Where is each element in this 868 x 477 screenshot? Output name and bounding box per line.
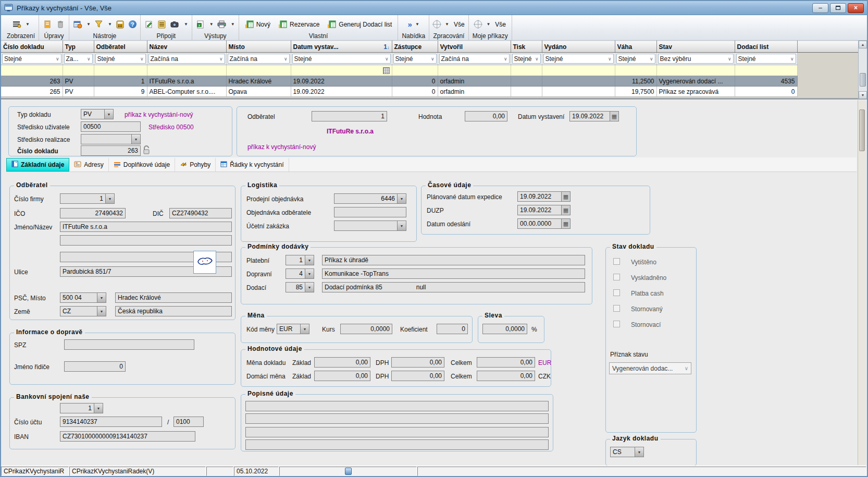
r1-celkem-field[interactable]: 0,00 [477,357,535,368]
koeficient-field[interactable]: 0 [437,324,468,334]
ico-field[interactable]: 27490432 [60,208,126,218]
jmeno-nazev-field-2[interactable] [60,235,232,246]
grid-scrollbar[interactable]: ▲ ▼ [858,41,867,99]
zeme-field[interactable]: CZ [60,306,97,316]
filter-dropdown[interactable]: Stejné [95,54,146,64]
my-orders-filter-value[interactable]: Vše [495,21,506,28]
planovane-datum-expedice-field[interactable]: 19.09.2022 [517,191,562,202]
filter-dropdown[interactable]: Bez výběru [658,54,734,64]
filter-value-cell[interactable] [438,65,511,76]
grid-row-selected[interactable]: 263 PV 1 ITFutuRe s.r.o.a Hradec Králové… [1,76,858,87]
r2-zaklad-field[interactable]: 0,00 [314,371,370,381]
jmeno-nazev-field[interactable]: ITFutuRe s.r.o.a [60,222,232,232]
generate-delivery-note-button[interactable]: Generuj Dodací list [325,19,394,30]
filter-dropdown[interactable]: Stejné [736,54,796,64]
filter-value-cell[interactable] [1,65,63,76]
filter-dropdown[interactable]: Stejné [543,54,614,64]
scrollbar-up-arrow[interactable]: ▲ [859,41,867,48]
column-header[interactable]: Číslo dokladu [1,41,63,53]
filter-icon[interactable] [94,20,104,29]
kurs-field[interactable]: 0,0000 [340,324,392,334]
psc-field[interactable]: 500 04 [60,292,97,303]
column-header[interactable]: Vytvořil [438,41,511,53]
processing-filter-value[interactable]: Vše [454,21,465,28]
stredisko-realizace-field[interactable] [81,134,132,144]
filter-value-cell[interactable] [392,65,438,76]
kod-banky-field[interactable]: 0100 [173,417,204,427]
tab-doplnkove-udaje[interactable]: Doplňkové údaje [109,158,175,172]
kod-meny-spinner[interactable]: ▼ [301,324,309,334]
hodnota-field[interactable]: 0,00 [465,111,507,121]
kod-meny-field[interactable]: EUR [277,324,301,334]
jmeno-ridice-field[interactable]: 0 [64,361,126,372]
camera-icon[interactable] [170,20,180,29]
help-icon[interactable]: ? [129,20,137,28]
dopravni-spinner[interactable]: ▼ [305,268,314,279]
column-header[interactable]: Stav [656,41,735,53]
vyskladneno-checkbox[interactable] [613,274,620,280]
tab-zakladni-udaje[interactable]: Základní údaje [6,158,69,172]
filter-value-cell[interactable] [147,65,226,76]
view-dropdown-arrow[interactable]: ▼ [26,22,30,27]
cislo-firmy-spinner[interactable]: ▼ [106,193,115,204]
column-header[interactable]: Dodací list [735,41,797,53]
scrollbar-down-arrow[interactable]: ▼ [859,91,867,99]
view-icon[interactable] [12,20,21,29]
dopravni-text-field[interactable]: Komunikace -TopTrans [322,268,585,279]
menu-chevrons-icon[interactable]: » [408,20,411,29]
detail-scrollbar-thumb[interactable] [859,109,865,151]
sleva-field[interactable]: 0,0000 [482,324,527,334]
datum-vystaveni-calendar-icon[interactable]: ▦ [610,111,619,121]
expedice-calendar-icon[interactable]: ▦ [562,191,571,202]
filter-date-picker-icon[interactable] [383,67,390,74]
psc-spinner[interactable]: ▼ [97,292,106,303]
priznak-stavu-dropdown[interactable]: Vygenerován dodac... [609,362,691,374]
camera-dropdown-arrow[interactable]: ▼ [184,22,188,27]
objednavka-odberatele-field[interactable] [334,207,406,217]
platebni-field[interactable]: 1 [286,255,305,265]
tab-adresy[interactable]: Adresy [69,158,108,172]
filter-value-cell[interactable] [63,65,94,76]
filter-value-cell[interactable] [542,65,615,76]
dopravni-field[interactable]: 4 [286,268,305,279]
ucetni-zakazka-field[interactable] [334,221,398,231]
duzp-field[interactable]: 19.09.2022 [517,205,562,215]
edit-icon[interactable] [43,20,52,29]
r2-celkem-field[interactable]: 0,00 [477,371,535,381]
filter-dropdown[interactable]: Stejné [393,54,437,64]
filter-dropdown[interactable]: Stejné [2,54,61,64]
column-header[interactable]: Tisk [511,41,542,53]
filter-value-cell[interactable] [735,65,797,76]
r1-dph-field[interactable]: 0,00 [391,357,444,368]
detail-scrollbar[interactable] [858,100,866,465]
stredisko-uzivatele-field[interactable]: 00500 [81,121,141,132]
table-tools-dropdown-arrow[interactable]: ▼ [86,22,91,27]
dodaci-spinner[interactable]: ▼ [305,282,314,292]
tab-radky-k-vychystani[interactable]: Řádky k vychystání [216,158,289,172]
ucetni-zakazka-spinner[interactable]: ▼ [398,221,406,231]
filter-dropdown[interactable]: Začíná na [228,54,290,64]
column-header[interactable]: Název [147,41,226,53]
jazyk-dokladu-field[interactable]: CS [610,447,635,457]
filter-dropdown[interactable]: Stejné [292,54,391,64]
filter-value-cell[interactable] [291,65,392,76]
excel-export-icon[interactable]: x [196,20,205,29]
popis-field-4[interactable] [245,439,549,450]
attach-list-icon[interactable] [157,20,167,29]
maximize-button[interactable] [830,3,846,13]
column-header[interactable]: Zástupce [392,41,438,53]
my-orders-filter-icon[interactable] [474,20,482,28]
banka-poradi-spinner[interactable]: ▼ [94,403,103,413]
reservation-button[interactable]: Rezervace [276,19,321,30]
banka-poradi-field[interactable]: 1 [60,403,94,413]
column-header[interactable]: Typ [63,41,94,53]
popis-field-2[interactable] [245,413,549,424]
stornovany-checkbox[interactable] [613,305,620,312]
scrollbar-thumb[interactable] [860,73,866,87]
filter-dropdown[interactable]: Začíná na [439,54,510,64]
cislo-uctu-field[interactable]: 9134140237 [60,417,162,427]
print-icon[interactable] [217,20,227,29]
cislo-firmy-field[interactable]: 1 [60,193,106,204]
platebni-text-field[interactable]: Příkaz k úhradě [322,255,585,265]
filter-dropdown[interactable]: Stejné [616,54,655,64]
